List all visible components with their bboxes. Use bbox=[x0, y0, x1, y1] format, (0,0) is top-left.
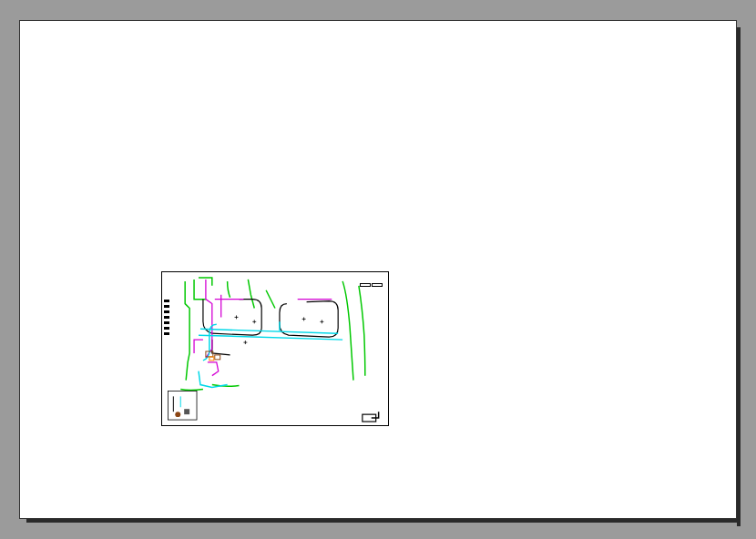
svg-rect-3 bbox=[209, 357, 214, 361]
svg-rect-4 bbox=[168, 391, 197, 420]
page-shadow-right bbox=[737, 27, 741, 526]
title-block-top bbox=[359, 274, 384, 280]
document-page-container bbox=[19, 20, 737, 519]
cad-drawing-svg bbox=[162, 272, 388, 425]
scale-bar bbox=[164, 300, 169, 345]
legend-box bbox=[168, 391, 197, 420]
svg-rect-2 bbox=[215, 355, 220, 360]
document-page bbox=[19, 20, 737, 519]
svg-point-7 bbox=[175, 412, 180, 417]
page-shadow-bottom bbox=[26, 519, 741, 523]
cad-drawing-thumbnail bbox=[161, 271, 389, 426]
svg-rect-8 bbox=[184, 409, 189, 414]
